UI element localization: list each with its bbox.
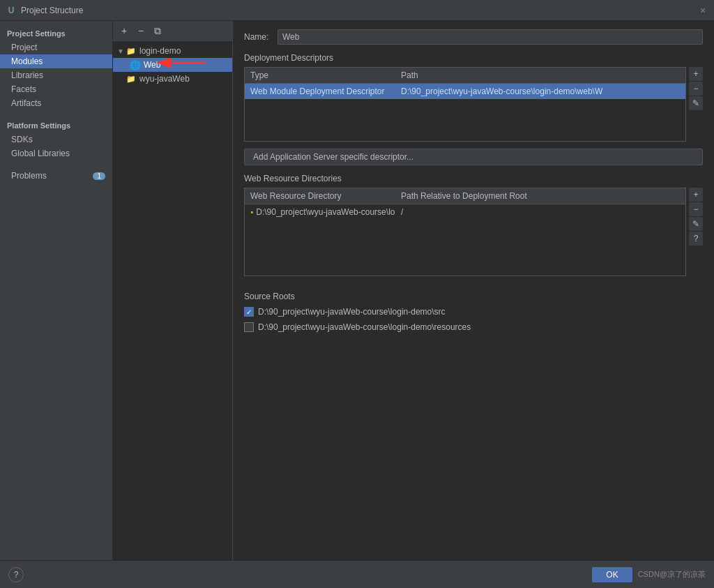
problems-label: Problems bbox=[11, 171, 47, 181]
name-input[interactable] bbox=[278, 29, 703, 45]
web-resource-edit-button[interactable]: ✎ bbox=[689, 217, 703, 231]
web-resource-table: Web Resource Directory Path Relative to … bbox=[244, 188, 686, 276]
add-descriptor-button[interactable]: Add Application Server specific descript… bbox=[244, 149, 703, 165]
deployment-descriptors-title: Deployment Descriptors bbox=[244, 53, 703, 63]
name-label: Name: bbox=[244, 32, 272, 42]
title-bar: U Project Structure × bbox=[0, 0, 714, 21]
web-resource-table-header: Web Resource Directory Path Relative to … bbox=[245, 188, 685, 204]
folder-icon: 📁 bbox=[126, 45, 137, 56]
module-panel: + − ⧉ ▼ 📁 login-demo 🌐 Web 📁 wyu-javaWeb bbox=[113, 21, 233, 560]
web-resource-table-wrapper: Web Resource Directory Path Relative to … bbox=[244, 188, 686, 283]
watermark-text: CSDN@凉了的凉茶 bbox=[638, 569, 706, 580]
add-module-button[interactable]: + bbox=[117, 24, 131, 38]
source-root-item-1: D:\90_project\wyu-javaWeb-course\login-d… bbox=[244, 321, 703, 333]
web-resource-section: Web Resource Directory Path Relative to … bbox=[244, 188, 703, 283]
platform-settings-section: Platform Settings SDKs Global Libraries bbox=[0, 116, 112, 160]
tree-arrow-icon: ▼ bbox=[117, 47, 126, 55]
source-roots-section: Source Roots D:\90_project\wyu-javaWeb-c… bbox=[244, 292, 703, 333]
project-settings-header: Project Settings bbox=[0, 24, 112, 40]
source-roots-title: Source Roots bbox=[244, 292, 703, 301]
type-header: Type bbox=[245, 68, 395, 83]
deployment-path-cell: D:\90_project\wyu-javaWeb-course\login-d… bbox=[395, 84, 685, 99]
source-root-checkbox-0[interactable] bbox=[244, 307, 254, 317]
deployment-root-header: Path Relative to Deployment Root bbox=[395, 188, 685, 204]
deployment-remove-button[interactable]: − bbox=[689, 82, 703, 96]
deployment-add-button[interactable]: + bbox=[689, 67, 703, 81]
folder-small-icon: ▪ bbox=[250, 207, 253, 217]
sidebar-item-libraries[interactable]: Libraries bbox=[0, 68, 112, 82]
problems-badge: 1 bbox=[93, 172, 105, 180]
web-resource-help-button[interactable]: ? bbox=[689, 232, 703, 246]
main-layout: Project Settings Project Modules Librari… bbox=[0, 21, 714, 560]
sidebar-item-problems[interactable]: Problems 1 bbox=[0, 169, 112, 183]
web-resource-dir-header: Web Resource Directory bbox=[245, 188, 395, 204]
copy-module-button[interactable]: ⧉ bbox=[151, 24, 165, 38]
help-button[interactable]: ? bbox=[8, 567, 24, 582]
module-tree: ▼ 📁 login-demo 🌐 Web 📁 wyu-javaWeb bbox=[113, 41, 232, 560]
web-resource-remove-button[interactable]: − bbox=[689, 202, 703, 216]
app-icon: U bbox=[6, 5, 17, 16]
deployment-type-cell: Web Module Deployment Descriptor bbox=[245, 84, 395, 99]
title-bar-text: Project Structure bbox=[21, 6, 83, 15]
tree-item-login-demo[interactable]: ▼ 📁 login-demo bbox=[113, 44, 232, 58]
sidebar-item-sdks[interactable]: SDKs bbox=[0, 133, 112, 146]
web-resource-dir-cell: ▪ D:\90_project\wyu-javaWeb-course\login… bbox=[245, 204, 395, 220]
deployment-root-cell: / bbox=[395, 204, 685, 220]
sidebar-item-project[interactable]: Project bbox=[0, 40, 112, 54]
deployment-side-buttons: + − ✎ bbox=[686, 67, 703, 110]
web-resource-empty-area bbox=[245, 220, 685, 276]
sidebar-item-modules[interactable]: Modules bbox=[0, 54, 112, 68]
folder-icon: 📁 bbox=[126, 73, 137, 84]
web-resource-side-buttons: + − ✎ ? bbox=[686, 188, 703, 246]
deployment-table: Type Path Web Module Deployment Descript… bbox=[244, 67, 686, 142]
deployment-edit-button[interactable]: ✎ bbox=[689, 96, 703, 110]
path-header: Path bbox=[395, 68, 685, 83]
sidebar-item-global-libraries[interactable]: Global Libraries bbox=[0, 146, 112, 160]
tree-item-label: Web bbox=[144, 60, 160, 70]
module-icon: 🌐 bbox=[130, 59, 141, 70]
bottom-right: OK CSDN@凉了的凉茶 bbox=[592, 567, 706, 582]
sidebar: Project Settings Project Modules Librari… bbox=[0, 21, 113, 560]
deployment-table-wrapper: Type Path Web Module Deployment Descript… bbox=[244, 67, 686, 149]
bottom-bar: ? OK CSDN@凉了的凉茶 bbox=[0, 560, 714, 588]
deployment-descriptors-section: Type Path Web Module Deployment Descript… bbox=[244, 67, 703, 149]
source-root-path-0: D:\90_project\wyu-javaWeb-course\login-d… bbox=[258, 307, 446, 317]
module-toolbar: + − ⧉ bbox=[113, 21, 232, 41]
sidebar-item-artifacts[interactable]: Artifacts bbox=[0, 96, 112, 110]
source-root-checkbox-1[interactable] bbox=[244, 322, 254, 332]
web-resource-table-row[interactable]: ▪ D:\90_project\wyu-javaWeb-course\login… bbox=[245, 204, 685, 220]
web-resource-dirs-title: Web Resource Directories bbox=[244, 174, 703, 183]
tree-item-wyu-javaweb[interactable]: 📁 wyu-javaWeb bbox=[113, 72, 232, 86]
sidebar-item-facets[interactable]: Facets bbox=[0, 82, 112, 96]
name-row: Name: bbox=[244, 29, 703, 45]
web-resource-add-button[interactable]: + bbox=[689, 188, 703, 202]
content-panel: Name: Deployment Descriptors Type Path W… bbox=[233, 21, 714, 560]
source-root-item-0: D:\90_project\wyu-javaWeb-course\login-d… bbox=[244, 306, 703, 318]
platform-settings-header: Platform Settings bbox=[0, 116, 112, 133]
close-button[interactable]: × bbox=[697, 5, 708, 16]
tree-item-label: wyu-javaWeb bbox=[139, 74, 190, 84]
deployment-table-row[interactable]: Web Module Deployment Descriptor D:\90_p… bbox=[245, 84, 685, 99]
tree-item-web[interactable]: 🌐 Web bbox=[113, 58, 232, 72]
deployment-empty-area bbox=[245, 99, 685, 141]
tree-item-label: login-demo bbox=[139, 46, 181, 56]
source-root-path-1: D:\90_project\wyu-javaWeb-course\login-d… bbox=[258, 322, 471, 332]
remove-module-button[interactable]: − bbox=[134, 24, 148, 38]
ok-button[interactable]: OK bbox=[592, 567, 632, 582]
deployment-table-header: Type Path bbox=[245, 68, 685, 84]
